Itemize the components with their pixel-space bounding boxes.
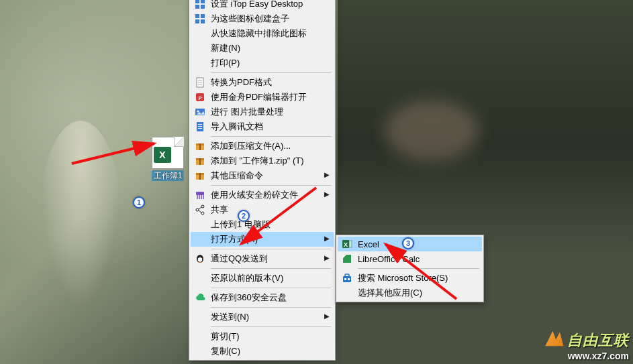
- context-menu-item-label: 导入腾讯文档: [208, 121, 319, 133]
- context-menu-item-label: 上传到1 电脑版: [208, 219, 319, 231]
- context-menu-item-label: 其他压缩命令: [208, 170, 319, 182]
- svg-rect-22: [199, 143, 201, 150]
- context-menu-item-18[interactable]: 保存到360安全云盘: [191, 290, 334, 305]
- context-menu-item-13[interactable]: 共享: [191, 202, 334, 217]
- context-menu-item-3[interactable]: 新建(N): [191, 41, 334, 56]
- svg-rect-45: [349, 241, 352, 247]
- grid-blue-icon: [192, 0, 208, 11]
- watermark-logo-icon: [543, 329, 565, 348]
- chevron-right-icon: ▶: [324, 171, 330, 178]
- context-menu-item-5[interactable]: 转换为PDF格式: [191, 75, 334, 90]
- grid-blue-icon: [192, 12, 208, 25]
- context-menu-item-label: 进行 图片批量处理: [208, 106, 319, 118]
- open-with-item-1[interactable]: LibreOffice Calc: [338, 251, 482, 266]
- context-menu-item-20[interactable]: 剪切(T): [191, 329, 334, 344]
- open-with-item-2[interactable]: 搜索 Microsoft Store(S): [338, 271, 482, 286]
- blank-icon: [192, 271, 208, 285]
- shred-purple-icon: [192, 188, 208, 202]
- context-menu-separator: [211, 307, 331, 308]
- blank-icon: [192, 310, 208, 324]
- context-menu-item-9[interactable]: 添加到压缩文件(A)...: [191, 139, 334, 154]
- archive-orange-icon: [192, 154, 208, 168]
- context-menu-item-label: 保存到360安全云盘: [208, 292, 319, 304]
- context-menu: 设置 iTop Easy Desktop为这些图标创建盒子从快速隐藏中排除此图标…: [189, 0, 336, 361]
- svg-rect-18: [198, 126, 202, 127]
- page-icon: [192, 76, 208, 89]
- context-menu-item-label: 使用火绒安全粉碎文件: [208, 189, 319, 201]
- svg-rect-3: [201, 5, 205, 9]
- context-menu-item-16[interactable]: 通过QQ发送到▶: [191, 251, 334, 266]
- context-menu-separator: [211, 136, 331, 137]
- context-menu-item-11[interactable]: 其他压缩命令▶: [191, 168, 334, 183]
- context-menu-item-label: 添加到压缩文件(A)...: [208, 140, 319, 152]
- svg-rect-50: [348, 278, 350, 280]
- svg-rect-19: [198, 128, 202, 129]
- context-menu-item-17[interactable]: 还原以前的版本(V): [191, 271, 334, 286]
- context-menu-item-8[interactable]: 导入腾讯文档: [191, 119, 334, 134]
- context-menu-separator: [211, 249, 331, 249]
- context-menu-item-label: 添加到 "工作簿1.zip" (T): [208, 155, 319, 167]
- svg-point-15: [197, 111, 199, 113]
- blank-icon: [192, 56, 208, 70]
- svg-point-42: [201, 257, 202, 258]
- context-menu-item-10[interactable]: 添加到 "工作簿1.zip" (T): [191, 154, 334, 168]
- context-menu-separator: [211, 326, 331, 327]
- svg-point-36: [201, 212, 204, 215]
- context-menu-item-label: 为这些图标创建盒子: [208, 13, 319, 25]
- context-menu-item-label: 通过QQ发送到: [208, 253, 319, 265]
- chevron-right-icon: ▶: [324, 235, 330, 242]
- chevron-right-icon: ▶: [324, 312, 330, 320]
- svg-rect-6: [195, 19, 199, 23]
- svg-rect-17: [198, 124, 202, 125]
- watermark-title: 自由互联: [567, 332, 629, 349]
- context-menu-item-12[interactable]: 使用火绒安全粉碎文件▶: [191, 188, 334, 202]
- svg-text:X: X: [344, 241, 348, 248]
- context-menu-item-label: 打开方式(H): [208, 233, 319, 245]
- context-menu-item-19[interactable]: 发送到(N)▶: [191, 310, 334, 324]
- context-menu-item-label: 从快速隐藏中排除此图标: [208, 27, 319, 40]
- context-menu-item-4[interactable]: 打印(P): [191, 56, 334, 70]
- context-menu-item-label: 设置 iTop Easy Desktop: [208, 0, 319, 10]
- open-with-item-label: 选择其他应用(C): [355, 287, 467, 299]
- watermark-sub: www.xz7.com: [543, 351, 629, 361]
- blank-icon: [339, 286, 355, 300]
- context-menu-item-label: 共享: [208, 204, 319, 216]
- svg-rect-29: [196, 192, 204, 195]
- svg-line-37: [199, 207, 201, 209]
- annotation-badge-2: 2: [238, 210, 250, 222]
- desktop-file-excel[interactable]: X 工作簿1: [149, 137, 187, 182]
- annotation-badge-3: 3: [402, 237, 414, 249]
- context-menu-item-1[interactable]: 为这些图标创建盒子: [191, 11, 334, 26]
- svg-rect-2: [195, 5, 199, 9]
- context-menu-item-2[interactable]: 从快速隐藏中排除此图标: [191, 26, 334, 41]
- context-menu-separator: [211, 185, 331, 186]
- open-with-separator: [358, 268, 479, 269]
- excel-file-icon: X: [152, 137, 184, 169]
- store-icon: [339, 271, 355, 285]
- context-menu-item-7[interactable]: 进行 图片批量处理: [191, 105, 334, 119]
- context-menu-separator: [211, 288, 331, 288]
- doc-blue-icon: [192, 120, 208, 133]
- svg-rect-4: [195, 14, 199, 18]
- context-menu-item-6[interactable]: P使用金舟PDF编辑器打开: [191, 90, 334, 105]
- context-menu-item-label: 打印(P): [208, 57, 319, 69]
- context-menu-item-21[interactable]: 复制(C): [191, 344, 334, 359]
- blank-icon: [192, 218, 208, 231]
- libre-icon: [339, 252, 355, 265]
- svg-rect-49: [344, 278, 346, 280]
- blank-icon: [192, 27, 208, 40]
- svg-point-34: [201, 205, 204, 208]
- svg-point-35: [196, 208, 199, 211]
- context-menu-item-label: 复制(C): [208, 345, 319, 357]
- context-menu-item-label: 发送到(N): [208, 311, 319, 323]
- open-with-item-3[interactable]: 选择其他应用(C): [338, 286, 482, 300]
- img-blue-icon: [192, 105, 208, 119]
- pdf-red-icon: P: [192, 90, 208, 104]
- context-menu-item-14[interactable]: 上传到1 电脑版: [191, 217, 334, 232]
- blank-icon: [192, 42, 208, 55]
- context-menu-item-0[interactable]: 设置 iTop Easy Desktop: [191, 0, 334, 11]
- context-menu-item-15[interactable]: 打开方式(H)▶: [191, 232, 334, 247]
- svg-line-38: [199, 210, 201, 213]
- archive-orange-icon: [192, 169, 208, 182]
- archive-orange-icon: [192, 139, 208, 153]
